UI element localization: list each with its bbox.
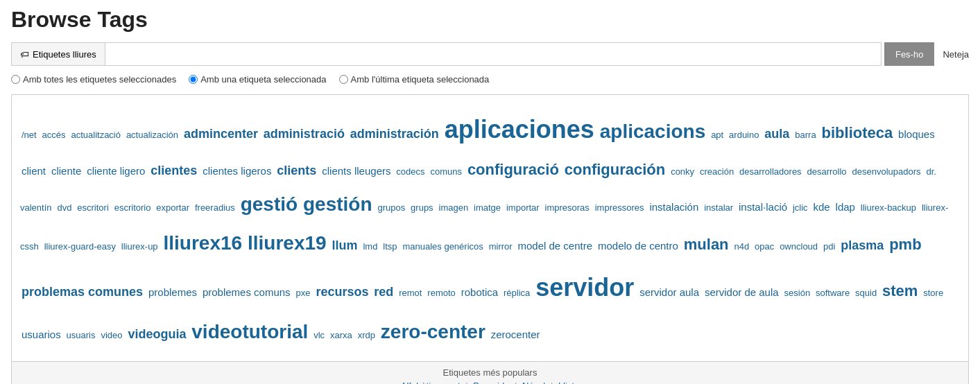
- tag-link[interactable]: n4d: [734, 241, 749, 252]
- tag-link[interactable]: importar: [506, 202, 540, 213]
- tag-link[interactable]: actualització: [71, 130, 121, 140]
- tag-link[interactable]: ltsp: [383, 241, 397, 252]
- tag-link[interactable]: pmb: [889, 236, 921, 253]
- footer-link-list[interactable]: Llista: [558, 381, 579, 384]
- tag-link[interactable]: instal·lació: [739, 201, 787, 213]
- tag-link[interactable]: xrdp: [358, 330, 375, 340]
- radio-all-tags-input[interactable]: [11, 75, 20, 84]
- tag-link[interactable]: configuración: [565, 161, 665, 178]
- tag-link[interactable]: mulan: [684, 236, 729, 253]
- tag-link[interactable]: client: [22, 165, 46, 177]
- tag-link[interactable]: codecs: [396, 166, 424, 177]
- tag-link[interactable]: clientes ligeros: [203, 165, 271, 177]
- tag-link[interactable]: imatge: [474, 202, 501, 213]
- tag-link[interactable]: /net: [22, 130, 37, 140]
- tag-link[interactable]: problemas comunes: [22, 285, 143, 299]
- tag-link[interactable]: mirror: [489, 241, 513, 252]
- tag-link[interactable]: gestión: [303, 193, 372, 215]
- tag-link[interactable]: squid: [855, 288, 877, 298]
- tag-link[interactable]: clientes: [151, 164, 197, 177]
- tag-link[interactable]: accés: [42, 130, 66, 140]
- tag-link[interactable]: modelo de centro: [598, 240, 678, 252]
- tag-link[interactable]: zero-center: [381, 321, 485, 342]
- tag-link[interactable]: admincenter: [184, 127, 258, 141]
- tag-link[interactable]: freeradius: [195, 202, 235, 213]
- tag-link[interactable]: grupos: [377, 202, 405, 213]
- tag-link[interactable]: escritorio: [114, 202, 151, 213]
- tag-link[interactable]: lmd: [363, 241, 377, 252]
- tag-link[interactable]: pdi: [823, 241, 835, 252]
- tag-link[interactable]: lliurex16: [163, 232, 242, 254]
- radio-one-tag-input[interactable]: [189, 75, 198, 84]
- tag-link[interactable]: lliurex-backup: [861, 202, 916, 213]
- tag-link[interactable]: opac: [755, 241, 774, 252]
- tag-link[interactable]: software: [816, 288, 850, 298]
- tag-link[interactable]: desenvolupadors: [852, 166, 921, 177]
- tag-link[interactable]: clients lleugers: [322, 165, 390, 177]
- tag-link[interactable]: stem: [882, 282, 918, 299]
- tag-link[interactable]: robotica: [461, 286, 498, 298]
- radio-all-tags[interactable]: Amb totes les etiquetes seleccionades: [11, 74, 176, 85]
- tag-link[interactable]: barra: [795, 130, 816, 140]
- tag-link[interactable]: desarrollo: [807, 166, 847, 177]
- tag-link[interactable]: problemes comuns: [203, 286, 291, 298]
- footer-link-alphabetical[interactable]: Alfabèticament: [401, 381, 461, 384]
- tag-link[interactable]: kde: [814, 201, 830, 213]
- tag-link[interactable]: bloques: [898, 128, 935, 140]
- tag-link[interactable]: desarrolladores: [739, 166, 802, 177]
- tag-link[interactable]: lliurex19: [248, 232, 327, 254]
- neteja-button[interactable]: Neteja: [943, 49, 969, 60]
- tag-link[interactable]: remoto: [427, 288, 455, 298]
- tag-link[interactable]: plasma: [841, 238, 884, 252]
- tag-link[interactable]: sesión: [784, 288, 811, 298]
- tag-link[interactable]: videoguia: [128, 327, 186, 341]
- tag-link[interactable]: store: [923, 288, 943, 298]
- tag-link[interactable]: servidor aula: [639, 286, 699, 298]
- footer-link-size[interactable]: Per mida: [473, 381, 509, 384]
- tag-link[interactable]: problemes: [148, 286, 197, 298]
- tag-link[interactable]: owncloud: [780, 241, 818, 252]
- tag-link[interactable]: llum: [332, 238, 358, 252]
- tag-link[interactable]: manuales genéricos: [402, 241, 483, 252]
- radio-last-tag-input[interactable]: [339, 75, 348, 84]
- tag-type-button[interactable]: 🏷 Etiquetes lliures: [11, 42, 105, 66]
- fesho-button[interactable]: Fes-ho: [884, 42, 934, 66]
- tag-link[interactable]: jclic: [793, 202, 808, 213]
- tag-link[interactable]: zerocenter: [491, 329, 540, 340]
- tag-link[interactable]: lliurex-guard-easy: [44, 241, 116, 252]
- tag-link[interactable]: biblioteca: [822, 124, 893, 141]
- tag-link[interactable]: aula: [764, 127, 789, 141]
- tag-link[interactable]: instalar: [704, 202, 733, 213]
- tag-link[interactable]: imagen: [439, 202, 469, 213]
- radio-last-tag[interactable]: Amb l'última etiqueta seleccionada: [339, 74, 490, 85]
- search-input[interactable]: [105, 42, 882, 66]
- tag-link[interactable]: vlc: [313, 330, 325, 340]
- tag-link[interactable]: lliurex-up: [121, 241, 158, 252]
- tag-link[interactable]: remot: [399, 288, 422, 298]
- tag-link[interactable]: réplica: [504, 288, 530, 298]
- tag-link[interactable]: ldap: [836, 201, 855, 213]
- tag-link[interactable]: recursos: [316, 285, 368, 299]
- tag-link[interactable]: clients: [277, 164, 316, 177]
- tag-link[interactable]: dvd: [57, 202, 71, 213]
- tag-link[interactable]: apt: [711, 130, 723, 140]
- tag-link[interactable]: configuració: [467, 161, 559, 178]
- footer-link-cloud[interactable]: Núvol: [522, 381, 545, 384]
- tag-link[interactable]: arduino: [729, 130, 759, 140]
- tag-link[interactable]: instalación: [649, 201, 698, 213]
- tag-link[interactable]: administració: [264, 127, 345, 141]
- radio-one-tag[interactable]: Amb una etiqueta seleccionada: [189, 74, 326, 85]
- tag-link[interactable]: cliente: [51, 165, 81, 177]
- tag-link[interactable]: cliente ligero: [87, 165, 145, 177]
- tag-link[interactable]: exportar: [156, 202, 189, 213]
- tag-link[interactable]: servidor: [535, 273, 634, 302]
- tag-link[interactable]: red: [374, 285, 393, 299]
- tag-link[interactable]: videotutorial: [191, 321, 308, 342]
- tag-link[interactable]: model de centre: [518, 240, 593, 252]
- tag-link[interactable]: aplicaciones: [445, 115, 594, 143]
- tag-link[interactable]: gestió: [241, 193, 298, 215]
- tag-link[interactable]: usuarios: [22, 329, 61, 340]
- tag-link[interactable]: servidor de aula: [705, 286, 779, 298]
- tag-link[interactable]: impressores: [595, 202, 644, 213]
- tag-link[interactable]: grups: [411, 202, 433, 213]
